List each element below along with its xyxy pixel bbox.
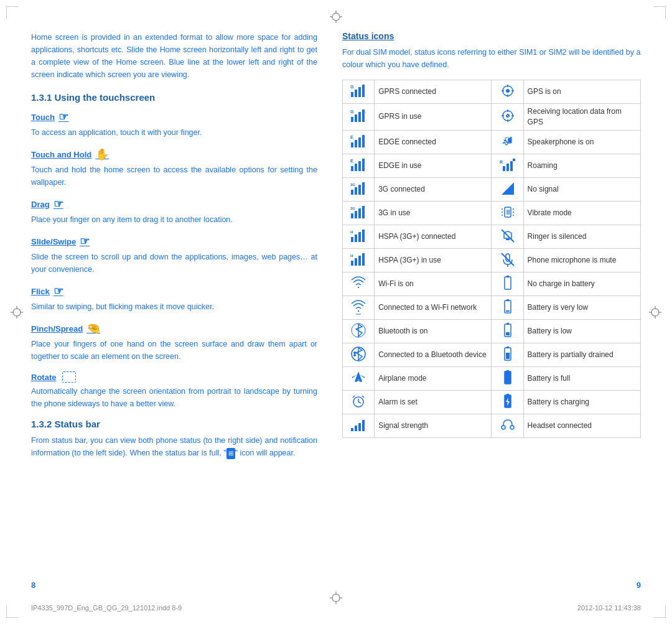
intro-text: Home screen is provided in an extended f… [31,31,317,81]
corner-mark-br [653,605,666,618]
svg-rect-63 [362,182,365,195]
svg-rect-60 [351,190,353,195]
table-row: Connected to a Bluetooth device Battery … [343,343,641,366]
svg-rect-83 [362,230,365,242]
icon-right-7 [492,248,523,272]
right-column: Status icons For dual SIM model, status … [342,31,641,468]
svg-rect-108 [506,353,510,359]
svg-rect-87 [351,261,353,266]
touch-hold-icon: ✋ [95,147,109,161]
svg-point-5 [13,309,21,316]
svg-rect-23 [358,87,361,97]
drag-icon: ☞ [54,197,63,211]
svg-rect-102 [506,332,510,335]
svg-rect-66 [351,213,353,218]
icon-left-3: E [343,154,375,177]
svg-rect-22 [355,90,357,97]
svg-rect-32 [351,117,353,122]
svg-rect-47 [362,135,365,147]
svg-rect-111 [506,370,509,372]
label-left-3: EDGE in use [375,154,492,177]
status-icons-title: Status icons [342,31,641,41]
touch-icon: ☞ [58,110,68,124]
svg-rect-122 [362,420,365,431]
footer-filename: IP4335_997D_Eng_GB_QG_29_121012.indd 8-9 [31,604,182,612]
svg-point-0 [332,13,340,21]
section-131-heading: 1.3.1 Using the touchscreen [31,92,317,103]
svg-text:3G: 3G [350,207,355,210]
label-right-14: Headset connected [523,414,640,437]
touch-hold-heading: Touch and Hold ✋ [31,147,317,161]
icon-left-13 [343,390,375,414]
svg-rect-121 [358,423,361,431]
svg-text:H: H [350,254,353,258]
page-num-right: 9 [637,580,641,590]
icon-left-1: G ↑↓ [343,104,375,131]
label-right-13: Battery is charging [523,390,640,414]
icon-left-14 [343,414,375,437]
icon-right-5 [492,201,523,225]
label-left-1: GPRS in use [375,104,492,131]
label-left-2: EDGE connected [375,130,492,154]
corner-mark-tl [6,6,19,19]
pinch-body: Place your fingers of one hand on the sc… [31,338,317,363]
corner-mark-tr [653,6,666,19]
label-left-4: 3G connected [375,177,492,201]
svg-rect-34 [358,112,361,122]
crosshair-top [329,9,343,24]
icon-right-1 [492,104,523,131]
svg-rect-119 [351,428,353,431]
table-row: 3G 3G connected No signal [343,177,641,201]
icon-left-10 [343,319,375,343]
svg-text:R: R [500,160,503,164]
icon-right-14 [492,414,523,437]
svg-rect-67 [355,211,357,218]
label-left-9: Connected to a Wi-Fi network [375,296,492,319]
slide-body: Slide the screen to scroll up and down t… [31,251,317,276]
svg-point-30 [506,89,510,93]
flick-section: Flick ☞ Similar to swiping, but flicking… [31,284,317,313]
label-left-6: HSPA (3G+) connected [375,225,492,248]
table-row: E EDGE in use R Roaming [343,154,641,177]
icon-right-10 [492,319,523,343]
svg-rect-61 [355,187,357,195]
icon-left-2: E [343,130,375,154]
label-right-5: Vibrate mode [523,201,640,225]
svg-rect-120 [355,426,357,431]
svg-text:E: E [350,159,353,163]
svg-rect-45 [355,140,357,147]
svg-rect-94 [505,277,511,289]
svg-rect-95 [506,276,509,277]
footer-date: 2012-10-12 11:43:38 [577,604,641,612]
svg-line-114 [358,402,361,403]
label-right-3: Roaming [523,154,640,177]
svg-rect-58 [513,159,515,161]
svg-rect-62 [358,185,361,195]
pinch-icon: 🤏 [86,322,100,335]
drag-body: Place your finger on any item to drag it… [31,213,317,226]
svg-rect-89 [358,256,361,266]
svg-point-15 [332,594,340,602]
svg-rect-109 [506,347,509,348]
rotate-section: Rotate Automatically change the screen o… [31,371,317,410]
touch-body: To access an application, touch it with … [31,126,317,139]
icon-right-3: R [492,154,523,177]
icon-right-6 [492,225,523,248]
table-row: H HSPA (3G+) connected Ringer is silence… [343,225,641,248]
svg-rect-118 [506,394,509,396]
status-icons-table: G GPRS connected GPS is on G [342,80,641,438]
label-left-13: Alarm is set [375,390,492,414]
icon-left-6: H [343,225,375,248]
svg-rect-81 [355,235,357,242]
crosshair-left [9,305,24,320]
svg-point-10 [651,309,659,316]
table-row: G GPRS connected GPS is on [343,80,641,104]
fullscreen-icon: ⊞ [226,448,235,459]
svg-line-116 [362,396,364,398]
svg-text:G: G [350,85,354,89]
label-left-7: HSPA (3G+) in use [375,248,492,272]
touch-heading: Touch ☞ [31,110,317,124]
table-row: G ↑↓ GPRS in use Receiving location data… [343,104,641,131]
label-right-0: GPS is on [523,80,640,104]
svg-rect-110 [505,371,511,384]
